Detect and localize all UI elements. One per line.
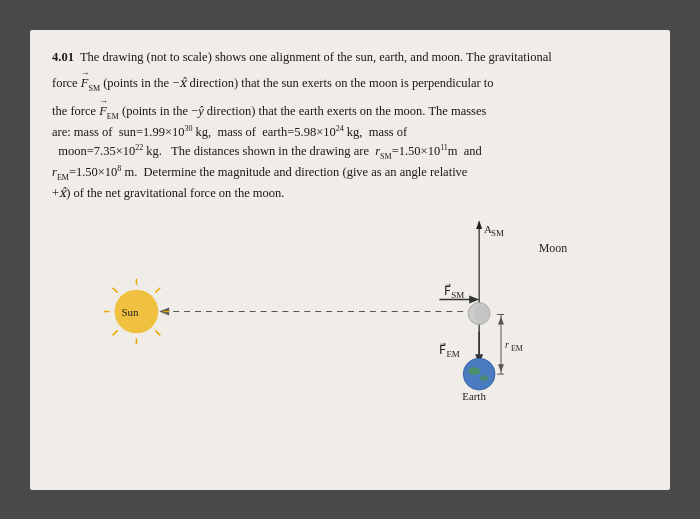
svg-point-18 — [468, 367, 480, 375]
problem-number: 4.01 — [52, 50, 74, 64]
svg-point-17 — [474, 304, 490, 322]
svg-point-19 — [480, 375, 488, 381]
earth-circle — [463, 358, 495, 390]
moon-label: Moon — [539, 241, 567, 255]
page-container: 4.01 The drawing (not to scale) shows on… — [30, 30, 670, 490]
force-fsm-label: →F — [81, 67, 89, 93]
diagram-svg: A SM Moon Sun — [52, 214, 648, 414]
svg-line-10 — [155, 287, 160, 292]
fsm-diagram-label: F⃗SM — [444, 282, 464, 299]
rem-label: r — [505, 339, 509, 350]
svg-line-12 — [155, 330, 160, 335]
earth-text-label: Earth — [462, 390, 486, 402]
diagram-area: A SM Moon Sun — [52, 214, 648, 414]
svg-marker-1 — [476, 220, 482, 229]
rem-subscript: EM — [511, 344, 523, 353]
fem-diagram-label: F⃗EM — [439, 342, 459, 359]
svg-line-9 — [113, 287, 118, 292]
svg-line-11 — [113, 330, 118, 335]
svg-marker-23 — [498, 316, 504, 324]
svg-text:SM: SM — [491, 228, 504, 238]
sun-text-label: Sun — [122, 306, 140, 318]
problem-text: 4.01 The drawing (not to scale) shows on… — [52, 48, 648, 204]
svg-marker-24 — [498, 364, 504, 372]
force-fem-label: →F — [99, 95, 107, 121]
